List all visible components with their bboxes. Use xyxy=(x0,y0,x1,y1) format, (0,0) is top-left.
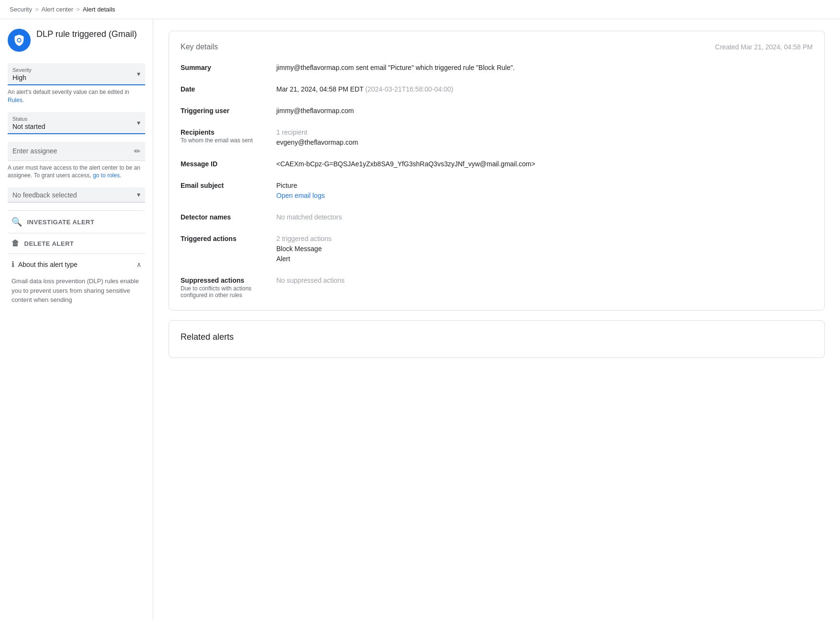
breadcrumb-security[interactable]: Security xyxy=(10,6,32,13)
message-id-label: Message ID xyxy=(181,159,276,168)
status-section: Status Not started ▾ xyxy=(8,112,145,134)
key-details-card: Key details Created Mar 21, 2024, 04:58 … xyxy=(169,31,825,311)
created-date: Created Mar 21, 2024, 04:58 PM xyxy=(715,43,813,51)
severity-value: High xyxy=(12,74,140,81)
delete-alert-label: DELETE ALERT xyxy=(24,240,74,247)
open-email-logs-link[interactable]: Open email logs xyxy=(276,192,325,199)
delete-alert-button[interactable]: 🗑 DELETE ALERT xyxy=(8,233,145,253)
detector-names-label: Detector names xyxy=(181,212,276,221)
about-header[interactable]: ℹ About this alert type ∧ xyxy=(8,254,145,275)
breadcrumb-sep-2: > xyxy=(76,6,80,13)
triggering-user-label: Triggering user xyxy=(181,106,276,115)
recipients-count: 1 recipient xyxy=(276,127,813,138)
dlp-shield-icon xyxy=(8,29,31,52)
trash-icon: 🗑 xyxy=(11,239,20,248)
sidebar-title: DLP rule triggered (Gmail) xyxy=(36,29,137,40)
feedback-section: No feedback selected ▾ xyxy=(8,187,145,203)
card-header: Key details Created Mar 21, 2024, 04:58 … xyxy=(181,43,813,51)
severity-rules-link[interactable]: Rules xyxy=(8,97,23,104)
severity-label: Severity xyxy=(12,67,140,73)
sidebar: DLP rule triggered (Gmail) Severity High… xyxy=(0,19,153,620)
about-content: Gmail data loss prevention (DLP) rules e… xyxy=(8,275,145,311)
details-grid: Summary jimmy@theflavormap.com sent emai… xyxy=(181,63,813,299)
status-dropdown[interactable]: Status Not started ▾ xyxy=(8,112,145,134)
assignee-section: Enter assignee ✏ A user must have access… xyxy=(8,142,145,180)
date-value: Mar 21, 2024, 04:58 PM EDT (2024-03-21T1… xyxy=(276,84,813,94)
severity-dropdown[interactable]: Severity High ▾ xyxy=(8,63,145,85)
investigate-alert-label: INVESTIGATE ALERT xyxy=(27,219,95,226)
date-label: Date xyxy=(181,84,276,93)
detector-names-value: No matched detectors xyxy=(276,212,813,222)
severity-section: Severity High ▾ An alert's default sever… xyxy=(8,63,145,104)
breadcrumb-sep-1: > xyxy=(35,6,39,13)
related-alerts-card: Related alerts xyxy=(169,320,825,358)
feedback-dropdown-arrow: ▾ xyxy=(137,191,140,198)
triggered-actions-label: Triggered actions xyxy=(181,234,276,242)
summary-value: jimmy@theflavormap.com sent email "Pictu… xyxy=(276,63,813,73)
assignee-field[interactable]: Enter assignee ✏ xyxy=(8,142,145,161)
suppressed-actions-label: Suppressed actions Due to conflicts with… xyxy=(181,276,276,299)
severity-dropdown-arrow: ▾ xyxy=(137,70,140,78)
assignee-placeholder: Enter assignee xyxy=(12,147,57,155)
status-label: Status xyxy=(12,116,140,122)
recipients-value: 1 recipient evgeny@theflavormap.com xyxy=(276,127,813,148)
triggered-actions-value: 2 triggered actions Block Message Alert xyxy=(276,234,813,264)
investigate-alert-button[interactable]: 🔍 INVESTIGATE ALERT xyxy=(8,210,145,233)
about-header-left: ℹ About this alert type xyxy=(11,260,78,269)
date-iso: (2024-03-21T16:58:00-04:00) xyxy=(365,85,454,93)
breadcrumb-alert-center[interactable]: Alert center xyxy=(42,6,73,13)
feedback-value: No feedback selected xyxy=(12,191,140,199)
triggered-action-1: Block Message xyxy=(276,245,322,253)
sidebar-header: DLP rule triggered (Gmail) xyxy=(8,29,145,52)
message-id-value: <CAEXm-bCpz-G=BQSJAe1yZxb8SA9_YfG3shRaQ3… xyxy=(276,159,813,169)
recipients-label: Recipients To whom the email was sent xyxy=(181,127,276,144)
chevron-up-icon: ∧ xyxy=(136,261,141,268)
triggered-action-2: Alert xyxy=(276,255,290,263)
feedback-dropdown[interactable]: No feedback selected ▾ xyxy=(8,187,145,203)
breadcrumb-alert-details: Alert details xyxy=(83,6,115,13)
main-layout: DLP rule triggered (Gmail) Severity High… xyxy=(0,19,840,620)
suppressed-actions-sub: Due to conflicts with actions configured… xyxy=(181,285,276,299)
content-area: Key details Created Mar 21, 2024, 04:58 … xyxy=(153,19,840,620)
triggered-actions-count: 2 triggered actions xyxy=(276,235,331,242)
assignee-helper: A user must have access to the alert cen… xyxy=(8,164,145,180)
status-value: Not started xyxy=(12,123,140,130)
breadcrumb: Security > Alert center > Alert details xyxy=(0,0,840,19)
triggering-user-value: jimmy@theflavormap.com xyxy=(276,106,813,116)
recipients-sub-label: To whom the email was sent xyxy=(181,137,276,144)
severity-helper: An alert's default severity value can be… xyxy=(8,88,145,104)
go-to-roles-link[interactable]: go to roles xyxy=(93,172,120,179)
svg-point-1 xyxy=(18,39,21,42)
email-subject-value: Picture Open email logs xyxy=(276,181,813,201)
related-alerts-title: Related alerts xyxy=(181,332,813,342)
suppressed-actions-value: No suppressed actions xyxy=(276,276,813,299)
info-icon: ℹ xyxy=(11,260,14,269)
status-dropdown-arrow: ▾ xyxy=(137,119,140,127)
about-title: About this alert type xyxy=(18,261,78,268)
card-title: Key details xyxy=(181,43,218,51)
email-subject-label: Email subject xyxy=(181,181,276,189)
summary-label: Summary xyxy=(181,63,276,71)
search-icon: 🔍 xyxy=(11,217,23,227)
about-section: ℹ About this alert type ∧ Gmail data los… xyxy=(8,253,145,311)
edit-icon: ✏ xyxy=(134,147,140,156)
